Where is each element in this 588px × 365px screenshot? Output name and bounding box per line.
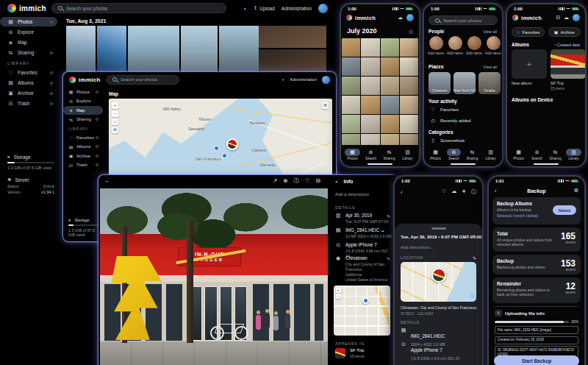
delete-icon[interactable]: ⊟	[316, 177, 320, 185]
theme-toggle-icon[interactable]: ◐	[244, 6, 247, 11]
start-backup-button[interactable]: Start Backup	[494, 355, 579, 365]
home-indicator[interactable]	[534, 163, 559, 166]
avatar[interactable]	[573, 14, 580, 21]
zoom-out-button[interactable]: −	[112, 110, 118, 117]
photo-thumbnail[interactable]	[342, 57, 360, 76]
people-view-all[interactable]: View all	[484, 29, 497, 34]
zoom-out-button[interactable]: −	[336, 294, 341, 299]
photo-thumbnail[interactable]	[381, 134, 399, 145]
person[interactable]: Add name	[448, 36, 462, 55]
place-tile[interactable]: Omaha	[478, 72, 501, 94]
photo-thumbnail[interactable]	[128, 26, 179, 71]
close-icon[interactable]: ×	[335, 180, 338, 184]
sidebar-item[interactable]: ♡Favorites	[0, 68, 57, 77]
person[interactable]: Add name	[467, 36, 481, 55]
home-indicator[interactable]	[451, 163, 476, 166]
places-view-all[interactable]: View all	[484, 65, 497, 69]
avatar[interactable]	[318, 4, 328, 13]
compass-button[interactable]: ◇	[112, 118, 118, 125]
photo-thumbnail[interactable]	[342, 115, 360, 133]
favorite-icon[interactable]: ♡	[442, 188, 446, 196]
search-input[interactable]: Search your photos	[106, 75, 179, 85]
backup-cloud-icon[interactable]: ☁	[564, 15, 569, 21]
photo-thumbnail[interactable]	[342, 96, 360, 114]
description-input[interactable]: Add description...	[401, 245, 434, 249]
home-indicator[interactable]	[368, 163, 392, 166]
chip-button[interactable]: ▣Archive	[548, 27, 581, 37]
photo-thumbnail[interactable]	[66, 26, 96, 71]
upload-cloud-icon[interactable]: ☁	[451, 188, 456, 196]
photo-thumbnail[interactable]	[400, 115, 418, 133]
sidebar-item[interactable]: ▣Archive	[0, 88, 57, 98]
drag-handle[interactable]	[431, 227, 446, 230]
place-tile[interactable]: Near North Side	[453, 72, 476, 94]
map-info-icon[interactable]: ⓘ	[470, 293, 474, 300]
place-tile[interactable]: Chinatown	[429, 72, 451, 94]
sort-button[interactable]: ↑ Created date	[554, 43, 580, 47]
add-name-label[interactable]: Add name	[485, 52, 501, 55]
map-photo-marker[interactable]	[226, 138, 238, 150]
chip-button[interactable]: ♡Favorites	[512, 27, 545, 37]
immich-logo[interactable]: immich	[69, 77, 101, 83]
album-card-sf-trip[interactable]	[551, 49, 586, 79]
edit-location-icon[interactable]: ✎	[387, 256, 390, 261]
nav-item[interactable]: ⊚Search	[528, 147, 546, 161]
immich-logo[interactable]: immich	[7, 4, 46, 13]
photo-thumbnail[interactable]	[381, 77, 399, 95]
map-settings-button[interactable]: ⚙	[322, 102, 329, 109]
sidebar-item[interactable]: ▦Photos	[63, 88, 103, 96]
theme-toggle-icon[interactable]: ◐	[282, 77, 285, 82]
activity-row[interactable]: ◴Recently added	[430, 118, 471, 124]
backup-cloud-icon[interactable]: ☁	[398, 15, 403, 21]
sidebar-item[interactable]: ◈Map	[0, 38, 57, 47]
search-input[interactable]: Search your photos	[429, 15, 498, 25]
photo-thumbnail[interactable]	[342, 134, 360, 145]
back-button[interactable]: ‹	[401, 189, 403, 196]
location-minimap[interactable]: +−	[334, 286, 390, 336]
photo-thumbnail[interactable]	[361, 57, 379, 76]
administration-button[interactable]: Administration	[282, 6, 312, 11]
nav-item[interactable]: ⇆Sharing	[380, 147, 398, 161]
nav-item[interactable]: ⇆Sharing	[546, 147, 564, 161]
photo-thumbnail[interactable]	[400, 57, 418, 76]
nav-item[interactable]: ▦Photos	[426, 147, 445, 161]
add-name-label[interactable]: Add name	[466, 52, 482, 55]
sidebar-item[interactable]: ⊚Explore	[63, 97, 103, 106]
sidebar-item[interactable]: ⇆Sharing	[0, 48, 57, 57]
photo-thumbnail[interactable]	[400, 77, 418, 95]
add-name-label[interactable]: Add name	[428, 52, 444, 55]
back-button[interactable]: ←	[104, 177, 110, 184]
nav-item[interactable]: ⊚Search	[445, 147, 463, 161]
sidebar-item[interactable]: ▣Archive	[63, 152, 103, 160]
photo-thumbnail[interactable]	[342, 38, 360, 57]
avatar[interactable]	[406, 14, 414, 21]
sidebar-item[interactable]: ▤Albums	[63, 143, 103, 152]
add-name-label[interactable]: Add name	[447, 52, 463, 55]
nav-item[interactable]: ⇆Sharing	[463, 147, 481, 161]
photo-thumbnail[interactable]	[259, 49, 326, 71]
share-icon[interactable]: ↗	[273, 177, 277, 185]
sidebar-item[interactable]: ⊟Trash	[63, 161, 103, 170]
nav-item[interactable]: ▥Library	[481, 147, 500, 161]
photo-thumbnail[interactable]	[181, 26, 218, 71]
search-input[interactable]: Search your photos	[51, 3, 226, 13]
map-cluster-marker[interactable]	[222, 153, 227, 158]
fullscreen-button[interactable]: ⊞	[112, 127, 118, 133]
photo-thumbnail[interactable]	[97, 26, 126, 71]
map-cluster-marker[interactable]	[214, 146, 219, 151]
sidebar-item[interactable]: ⇆Sharing	[63, 116, 103, 124]
nav-item[interactable]: ⊚Search	[362, 147, 380, 161]
nav-item[interactable]: ▦Photos	[509, 147, 528, 161]
nav-item[interactable]: ▥Library	[564, 147, 583, 161]
photo-thumbnail[interactable]	[259, 26, 326, 48]
photo-thumbnail[interactable]	[342, 77, 360, 95]
star-icon[interactable]: ∗	[462, 188, 466, 196]
sidebar-item[interactable]: ▤Albums	[0, 78, 57, 88]
zoom-in-button[interactable]: +	[112, 102, 118, 109]
photo-innout-storefront[interactable]: IN-N-OUT BURGER	[100, 188, 328, 365]
photo-thumbnail[interactable]	[361, 77, 379, 95]
album-row[interactable]: SF Trip15 items	[335, 348, 365, 358]
avatar[interactable]	[322, 76, 330, 84]
photo-thumbnail[interactable]	[381, 57, 399, 76]
nav-item[interactable]: ▦Photos	[343, 147, 362, 161]
